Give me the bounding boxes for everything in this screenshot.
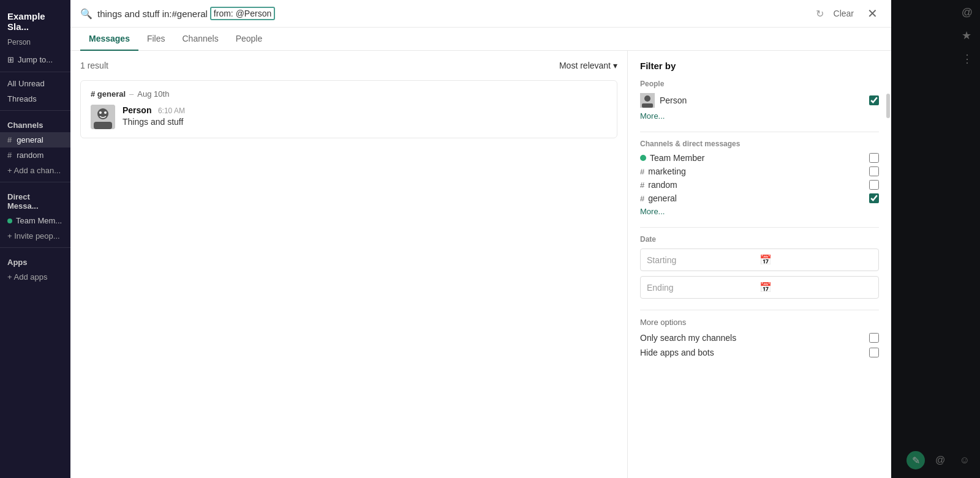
sidebar-item-team-member[interactable]: Team Mem...	[0, 213, 70, 228]
avatar-placeholder	[91, 105, 115, 129]
filter-channel-name-marketing: marketing	[648, 166, 865, 176]
filter-channel-checkbox-random[interactable]	[869, 180, 879, 190]
results-header: 1 result Most relevant ▾	[80, 61, 617, 70]
filter-person-avatar	[640, 93, 655, 108]
message-channel: # general	[91, 89, 126, 99]
only-search-row: Only search my channels	[640, 333, 879, 343]
results-panel: 1 result Most relevant ▾ # general – Aug…	[70, 51, 628, 478]
sidebar-item-general[interactable]: # general	[0, 132, 70, 148]
channels-heading: Channels	[0, 114, 70, 132]
filter-divider-3	[640, 310, 879, 310]
jump-icon: ⊞	[7, 55, 14, 64]
sort-chevron-icon: ▾	[613, 61, 617, 70]
filter-channel-checkbox-marketing[interactable]	[869, 166, 879, 176]
filter-channel-marketing: # marketing	[640, 166, 879, 176]
sidebar-item-random[interactable]: # random	[0, 148, 70, 163]
more-options-title: More options	[640, 318, 879, 327]
svg-point-3	[99, 111, 102, 114]
hash-icon-general: #	[7, 135, 12, 144]
only-search-checkbox[interactable]	[869, 333, 879, 343]
message-separator: –	[129, 89, 134, 99]
search-icon: 🔍	[80, 8, 92, 20]
jump-to-button[interactable]: ⊞ Jump to...	[0, 51, 70, 68]
filter-person-name: Person	[660, 95, 864, 105]
message-author: Person	[123, 105, 151, 115]
search-modal: 🔍 things and stuff in:#general from: @Pe…	[70, 0, 891, 478]
filter-channel-checkbox-dm[interactable]	[869, 153, 879, 163]
date-starting-field[interactable]: Starting 📅	[640, 248, 879, 271]
svg-point-4	[104, 111, 107, 114]
message-text: Things and stuff	[123, 117, 185, 127]
search-input-area[interactable]: things and stuff in:#general from: @Pers…	[97, 7, 811, 20]
add-apps-button[interactable]: + Add apps	[0, 269, 70, 285]
calendar-icon-end: 📅	[760, 282, 872, 293]
sidebar-person: Person	[0, 37, 70, 51]
search-header: 🔍 things and stuff in:#general from: @Pe…	[70, 0, 891, 28]
main-area: @ ★ ⋮ ✎ @ ☺ 🔍 things and stuff in:#gener…	[70, 0, 980, 478]
message-time: 6:10 AM	[158, 106, 185, 115]
filter-channel-general: # general	[640, 193, 879, 203]
filter-channel-name-dm: Team Member	[650, 153, 865, 163]
filter-channel-random: # random	[640, 180, 879, 190]
apps-heading: Apps	[0, 252, 70, 269]
invite-people-button[interactable]: + Invite peop...	[0, 228, 70, 244]
filter-channels-section: Channels & direct messages Team Member #…	[640, 140, 879, 216]
sort-dropdown[interactable]: Most relevant ▾	[559, 61, 617, 70]
filter-channels-heading: Channels & direct messages	[640, 140, 879, 148]
message-content: Person 6:10 AM Things and stuff	[123, 105, 185, 127]
sidebar-item-all-unread[interactable]: All Unread	[0, 76, 70, 91]
filter-channel-team-member: Team Member	[640, 153, 879, 163]
sidebar-divider-2	[0, 110, 70, 111]
dm-online-dot	[640, 155, 646, 161]
avatar	[91, 105, 115, 129]
direct-messages-heading: Direct Messa...	[0, 186, 70, 213]
svg-rect-7	[642, 103, 653, 108]
workspace-name: Example Sla...	[0, 6, 70, 37]
message-body: Person 6:10 AM Things and stuff	[91, 105, 607, 129]
online-status-dot	[7, 218, 12, 223]
message-author-row: Person 6:10 AM	[123, 105, 185, 116]
filter-person-row: Person	[640, 93, 879, 108]
sidebar-divider-3	[0, 182, 70, 182]
filter-channel-checkbox-general[interactable]	[869, 193, 879, 203]
tab-channels[interactable]: Channels	[174, 28, 227, 51]
workspace-name-text: Example Sla...	[7, 11, 63, 32]
filter-date-heading: Date	[640, 235, 879, 244]
message-date: Aug 10th	[137, 89, 169, 99]
filter-people-heading: People	[640, 80, 879, 88]
sidebar-divider-1	[0, 72, 70, 72]
scrollbar-thumb	[886, 94, 890, 118]
close-button[interactable]: ✕	[864, 5, 881, 22]
sidebar-divider-4	[0, 247, 70, 248]
filter-channels-more-link[interactable]: More...	[640, 207, 879, 216]
svg-rect-2	[94, 122, 112, 129]
tab-messages[interactable]: Messages	[80, 28, 138, 51]
hide-apps-checkbox[interactable]	[869, 348, 879, 357]
refresh-icon[interactable]: ↻	[816, 8, 824, 20]
clear-button[interactable]: Clear	[829, 6, 859, 21]
filter-channel-name-general: general	[648, 193, 865, 203]
add-channel-button[interactable]: + Add a chan...	[0, 163, 70, 178]
message-card[interactable]: # general – Aug 10th	[80, 80, 617, 138]
hash-icon-general-filter: #	[640, 194, 644, 203]
hide-apps-row: Hide apps and bots	[640, 348, 879, 357]
filter-panel: Filter by People Person	[628, 51, 891, 478]
filter-people-more-link[interactable]: More...	[640, 111, 879, 121]
hash-icon-marketing: #	[640, 167, 644, 176]
results-count: 1 result	[80, 61, 108, 70]
filter-more-options-section: More options Only search my channels Hid…	[640, 318, 879, 357]
date-ending-field[interactable]: Ending 📅	[640, 276, 879, 299]
message-card-header: # general – Aug 10th	[91, 89, 607, 99]
hash-icon-random: #	[7, 151, 12, 160]
hide-apps-label: Hide apps and bots	[640, 348, 864, 357]
sidebar-item-threads[interactable]: Threads	[0, 91, 70, 106]
search-from-tag[interactable]: from: @Person	[210, 7, 275, 20]
filter-divider-2	[640, 227, 879, 228]
filter-person-checkbox[interactable]	[869, 95, 879, 105]
only-search-label: Only search my channels	[640, 333, 864, 343]
filter-channel-name-random: random	[648, 180, 865, 190]
filter-people-section: People Person More...	[640, 80, 879, 121]
tab-files[interactable]: Files	[138, 28, 174, 51]
filter-divider-1	[640, 132, 879, 132]
tab-people[interactable]: People	[227, 28, 271, 51]
